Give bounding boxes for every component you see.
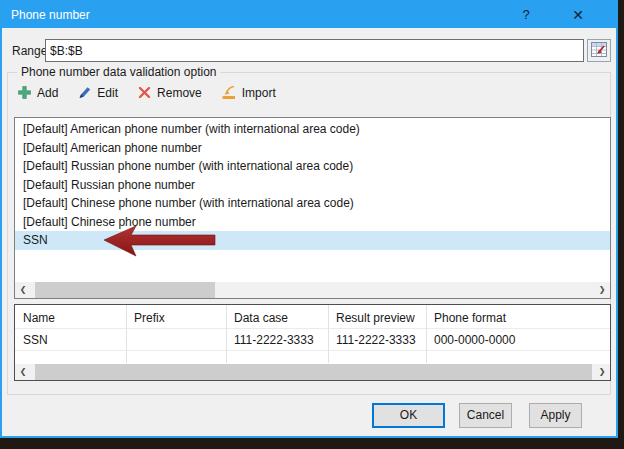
- table-empty-row: [15, 351, 610, 362]
- phone-number-dialog: Phone number ? ✕ Range: Phone number dat…: [0, 0, 618, 438]
- x-icon: [137, 85, 152, 100]
- pencil-icon: [77, 85, 92, 100]
- apply-button[interactable]: Apply: [529, 403, 582, 428]
- scrollbar-thumb[interactable]: [35, 364, 592, 380]
- list-item[interactable]: [Default] American phone number (with in…: [15, 120, 610, 139]
- detail-table: Name Prefix Data case Result preview Pho…: [14, 304, 611, 381]
- range-picker-button[interactable]: [587, 39, 611, 62]
- scroll-left-icon[interactable]: ❮: [15, 364, 31, 380]
- cell-prefix: [126, 329, 226, 350]
- close-button[interactable]: ✕: [562, 2, 594, 28]
- edit-button[interactable]: Edit: [77, 85, 118, 100]
- plus-icon: [17, 85, 32, 100]
- titlebar[interactable]: Phone number ? ✕: [2, 2, 616, 28]
- cell-data-case: 111-2222-3333: [226, 329, 328, 350]
- scroll-right-icon[interactable]: ❯: [594, 282, 610, 298]
- cell-name: SSN: [15, 329, 126, 350]
- cell-result-preview: 111-2222-3333: [328, 329, 426, 350]
- remove-button[interactable]: Remove: [137, 85, 202, 100]
- list-item[interactable]: [Default] Russian phone number (with int…: [15, 157, 610, 176]
- list-item[interactable]: [Default] Chinese phone number (with int…: [15, 194, 610, 213]
- table-header-row: Name Prefix Data case Result preview Pho…: [15, 305, 610, 329]
- import-label: Import: [242, 86, 276, 100]
- col-header-prefix: Prefix: [126, 305, 226, 328]
- add-button[interactable]: Add: [17, 85, 58, 100]
- list-item[interactable]: [Default] Chinese phone number: [15, 213, 610, 232]
- validation-option-group: Phone number data validation option Add …: [7, 72, 611, 395]
- edit-label: Edit: [97, 86, 118, 100]
- col-header-name: Name: [15, 305, 126, 328]
- list-item[interactable]: [Default] Russian phone number: [15, 176, 610, 195]
- cell-phone-format: 000-0000-0000: [426, 329, 610, 350]
- grid-line: [126, 305, 127, 363]
- table-row[interactable]: SSN 111-2222-3333 111-2222-3333 000-0000…: [15, 329, 610, 351]
- list-horizontal-scrollbar[interactable]: ❮ ❯: [15, 282, 610, 298]
- window-title: Phone number: [11, 8, 90, 22]
- desktop-background: Phone number ? ✕ Range: Phone number dat…: [0, 0, 624, 449]
- col-header-data-case: Data case: [226, 305, 328, 328]
- ok-button[interactable]: OK: [372, 403, 445, 428]
- range-input[interactable]: [45, 39, 584, 62]
- grid-line: [226, 305, 227, 363]
- listbox-items: [Default] American phone number (with in…: [15, 120, 610, 250]
- range-picker-grid-icon: [591, 42, 607, 60]
- group-label: Phone number data validation option: [17, 65, 220, 79]
- scrollbar-thumb[interactable]: [35, 282, 215, 298]
- list-item-selected[interactable]: SSN: [15, 231, 610, 250]
- scroll-left-icon[interactable]: ❮: [15, 282, 31, 298]
- add-label: Add: [37, 86, 58, 100]
- col-header-phone-format: Phone format: [426, 305, 610, 328]
- scroll-right-icon[interactable]: ❯: [594, 364, 610, 380]
- grid-line: [328, 305, 329, 363]
- import-button[interactable]: Import: [221, 85, 276, 100]
- list-item[interactable]: [Default] American phone number: [15, 139, 610, 158]
- validation-listbox[interactable]: [Default] American phone number (with in…: [14, 117, 611, 299]
- cancel-button[interactable]: Cancel: [459, 403, 512, 428]
- remove-label: Remove: [157, 86, 202, 100]
- import-tray-icon: [221, 85, 237, 100]
- col-header-result-preview: Result preview: [328, 305, 426, 328]
- table-horizontal-scrollbar[interactable]: ❮ ❯: [15, 364, 610, 380]
- grid-line: [426, 305, 427, 363]
- help-button[interactable]: ?: [510, 2, 542, 28]
- toolbar: Add Edit Remove: [17, 85, 276, 100]
